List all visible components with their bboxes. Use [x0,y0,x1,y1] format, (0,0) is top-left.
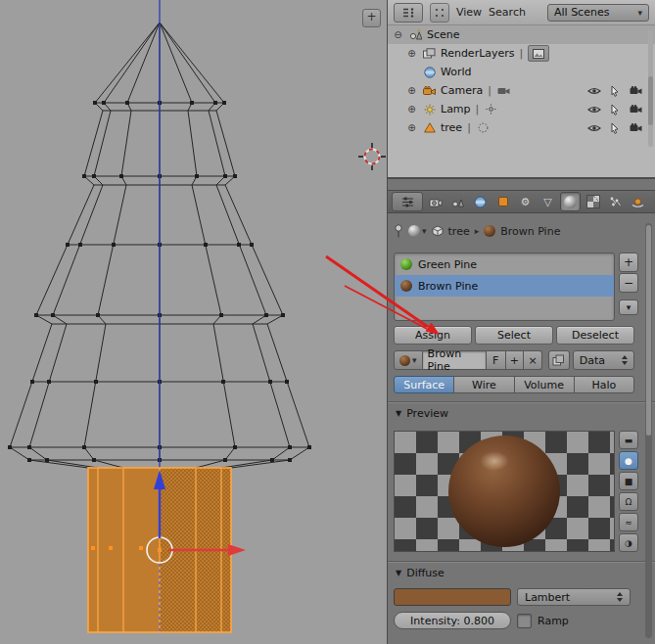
preview-cube-button[interactable]: ■ [619,472,638,490]
renderlayer-data-button[interactable] [528,45,549,62]
scene-filter-dropdown[interactable]: All Scenes ▾ [547,4,649,22]
tab-world[interactable] [470,192,491,211]
region-expand-button[interactable]: + [362,9,381,27]
add-slot-button[interactable]: + [619,253,638,272]
visibility-toggle-tree[interactable] [586,121,602,135]
render-toggle-lamp[interactable] [628,103,643,116]
3d-viewport[interactable]: + [0,0,387,644]
diffuse-color-swatch[interactable] [394,588,511,606]
diffuse-intensity-slider[interactable]: Intensity: 0.800 [394,612,511,629]
tab-object-data[interactable]: ▽ [538,192,558,211]
type-halo-button[interactable]: Halo [574,376,634,393]
assign-button[interactable]: Assign [394,326,472,345]
scrollbar-thumb[interactable] [646,225,651,436]
tab-render[interactable] [425,192,445,211]
preview-panel-header[interactable]: ▼ Preview [396,405,448,421]
type-volume-button[interactable]: Volume [514,376,575,393]
material-sphere-icon [400,258,412,270]
preview-sky-button[interactable]: ◑ [619,533,638,552]
material-slot-green-pine[interactable]: Green Pine [395,253,614,275]
material-browse-button[interactable]: ▾ [408,225,427,237]
preview-monkey-button[interactable]: Ω [619,492,638,511]
outliner-row-scene[interactable]: ⊖ Scene [388,25,655,44]
material-slot-list[interactable]: Green Pine Brown Pine [394,253,615,321]
material-sphere-icon [399,355,410,366]
type-wire-button[interactable]: Wire [453,376,514,393]
ramp-option: Ramp [517,612,569,629]
render-toggle-tree[interactable] [628,121,643,135]
tab-physics[interactable] [628,192,648,211]
tab-texture[interactable] [583,192,603,211]
material-name-field[interactable]: Brown Pine [423,350,487,370]
tab-material[interactable] [560,192,581,211]
mesh-icon [422,122,437,133]
slot-specials-button[interactable]: ▾ [619,299,638,315]
expand-icon[interactable]: ⊕ [405,122,418,133]
unlink-material-button[interactable]: × [524,350,542,370]
outliner-scrollbar[interactable] [648,29,653,147]
separator: | [476,103,480,115]
shader-value: Lambert [525,591,570,604]
diffuse-shader-menu[interactable]: Lambert [517,588,631,606]
editor-type-button[interactable] [394,3,423,23]
select-button[interactable]: Select [475,326,553,345]
remove-slot-button[interactable]: − [619,273,638,293]
link-mode-menu[interactable]: Data [573,350,634,370]
view-menu[interactable]: View [456,6,482,19]
properties-editor-icon [401,196,414,207]
render-toggle-camera[interactable] [628,84,643,98]
object-icon [497,196,509,207]
browse-material-button[interactable]: ▾ [394,350,423,370]
preview-sphere-button[interactable]: ● [619,451,638,470]
pin-icon[interactable] [394,224,403,238]
tab-scene[interactable] [447,192,468,211]
scene-filter-value: All Scenes [554,6,609,19]
breadcrumb-material[interactable]: Brown Pine [500,225,560,238]
cube-icon [432,225,444,237]
world-icon [474,196,487,208]
scrollbar-thumb[interactable] [648,76,653,125]
outliner-row-camera[interactable]: ⊕ Camera | [388,81,655,100]
new-material-button[interactable]: + [506,350,525,370]
expand-icon[interactable]: ⊕ [405,85,418,96]
breadcrumb-object[interactable]: tree [448,225,470,238]
type-surface-button[interactable]: Surface [394,376,454,393]
texture-checker-icon [586,195,600,208]
fake-user-button[interactable]: F [487,350,506,370]
editor-type-button[interactable] [392,192,423,211]
display-filter-button[interactable] [430,3,449,23]
expand-icon[interactable]: ⊕ [405,104,418,115]
preview-hair-button[interactable]: ≈ [619,513,638,531]
lamp-icon [422,104,437,115]
visibility-toggle-camera[interactable] [586,84,602,98]
outliner-header: View Search All Scenes ▾ [388,0,655,25]
ramp-checkbox[interactable] [517,614,532,628]
breadcrumb-arrow-icon: ▸ [475,226,480,236]
selectability-toggle-camera[interactable] [607,84,623,98]
diffuse-panel-header[interactable]: ▼ Diffuse [396,565,444,580]
collapse-icon[interactable]: ⊖ [392,29,404,40]
material-slot-brown-pine[interactable]: Brown Pine [395,275,614,297]
chevron-down-icon: ▾ [637,8,642,18]
nodes-button[interactable] [548,350,570,370]
preview-flat-button[interactable]: ▬ [619,431,638,449]
selectability-toggle-lamp[interactable] [607,103,623,116]
properties-scrollbar[interactable] [645,223,652,638]
tab-modifiers[interactable]: ⚙ [515,192,536,211]
visibility-toggle-lamp[interactable] [586,103,602,116]
slot-list-operations: + − ▾ [619,253,638,316]
expand-icon[interactable]: ⊕ [405,48,418,59]
viewport-canvas[interactable] [0,0,387,644]
deselect-button[interactable]: Deselect [556,326,634,345]
selectability-toggle-tree[interactable] [607,121,623,135]
dot-grid-icon [435,8,444,18]
outliner-row-lamp[interactable]: ⊕ Lamp | [388,100,655,118]
search-menu[interactable]: Search [489,6,526,19]
tab-object[interactable] [492,192,513,211]
row-label: Scene [427,28,460,41]
outliner-row-tree[interactable]: ⊕ tree | [388,118,655,137]
tab-particles[interactable] [605,192,626,211]
outliner-row-renderlayers[interactable]: ⊕ RenderLayers | [388,44,655,63]
outliner-row-world[interactable]: World [388,63,655,81]
updown-arrows-icon [617,592,623,602]
